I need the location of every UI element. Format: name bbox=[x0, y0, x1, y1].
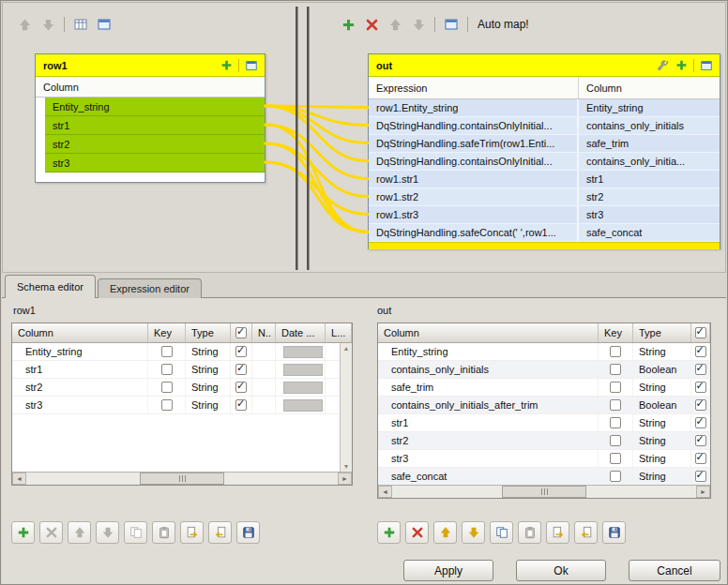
nullable-checkbox[interactable] bbox=[695, 364, 706, 375]
minimize-panel-button[interactable] bbox=[242, 56, 261, 75]
schema-row[interactable]: str1 String bbox=[378, 414, 710, 432]
output-row[interactable]: row1.Entity_stringEntity_string bbox=[369, 99, 720, 117]
schema-row[interactable]: contains_only_initials Boolean bbox=[378, 361, 710, 379]
key-checkbox[interactable] bbox=[161, 346, 173, 357]
settings-button[interactable] bbox=[653, 56, 672, 75]
add-output-button[interactable] bbox=[338, 14, 358, 35]
copy-button[interactable] bbox=[124, 521, 147, 544]
expression-cell[interactable]: row1.str1 bbox=[369, 171, 579, 188]
ok-button[interactable]: Ok bbox=[516, 560, 606, 581]
input-row[interactable]: Entity_string bbox=[36, 98, 265, 116]
schema-column-name[interactable]: safe_trim bbox=[378, 379, 599, 396]
output-scroll-highlight[interactable] bbox=[369, 242, 720, 249]
header-nullable-checkbox-cell[interactable] bbox=[231, 323, 252, 342]
key-checkbox[interactable] bbox=[161, 399, 173, 411]
key-checkbox[interactable] bbox=[610, 346, 621, 357]
import-schema-button[interactable] bbox=[574, 521, 598, 544]
schema-column-name[interactable]: str1 bbox=[378, 414, 599, 431]
import-schema-button[interactable] bbox=[208, 521, 232, 544]
key-checkbox[interactable] bbox=[610, 417, 621, 428]
column-cell[interactable]: Entity_string bbox=[579, 99, 720, 116]
splitter-handle[interactable] bbox=[296, 7, 298, 270]
select-all-checkbox[interactable] bbox=[695, 327, 706, 338]
output-row[interactable]: DqStringHandling.containsOnlyInitial...c… bbox=[369, 117, 720, 135]
type-cell[interactable]: String bbox=[633, 343, 691, 360]
schema-row[interactable]: Entity_string String bbox=[12, 343, 352, 361]
type-cell[interactable]: String bbox=[633, 468, 691, 485]
expression-cell[interactable]: DqStringHandling.safeTrim(row1.Enti... bbox=[369, 135, 579, 152]
input-column-name[interactable]: str1 bbox=[45, 116, 265, 135]
move-down-button[interactable] bbox=[96, 521, 119, 544]
schema-row[interactable]: safe_trim String bbox=[378, 379, 710, 397]
column-cell[interactable]: safe_trim bbox=[579, 135, 720, 152]
paste-button[interactable] bbox=[152, 521, 175, 544]
schema-row[interactable]: str2 String bbox=[12, 379, 352, 397]
schema-column-name[interactable]: str2 bbox=[378, 432, 599, 449]
input-row[interactable]: str1 bbox=[36, 116, 265, 135]
header-key[interactable]: Key bbox=[599, 323, 633, 342]
column-cell[interactable]: contains_only_initia... bbox=[579, 153, 720, 170]
type-cell[interactable]: String bbox=[186, 343, 231, 360]
tab-schema-editor[interactable]: Schema editor bbox=[5, 275, 96, 298]
nullable-checkbox[interactable] bbox=[235, 346, 247, 357]
scroll-down-icon[interactable]: ▼ bbox=[343, 463, 350, 470]
add-row-button[interactable] bbox=[11, 521, 35, 544]
column-cell[interactable]: safe_concat bbox=[579, 224, 720, 241]
column-cell[interactable]: str2 bbox=[579, 188, 720, 205]
expression-cell[interactable]: DqStringHandling.safeConcat(' ',row1... bbox=[369, 224, 579, 241]
schema-column-name[interactable]: str1 bbox=[12, 361, 148, 378]
output-row[interactable]: row1.str1str1 bbox=[369, 171, 720, 188]
save-schema-button[interactable] bbox=[602, 521, 626, 544]
splitter-handle[interactable] bbox=[307, 7, 310, 270]
key-checkbox[interactable] bbox=[161, 364, 173, 375]
select-all-checkbox[interactable] bbox=[235, 327, 247, 338]
type-cell[interactable]: String bbox=[633, 414, 691, 431]
scroll-up-icon[interactable]: ▲ bbox=[343, 345, 350, 352]
remove-row-button[interactable] bbox=[405, 521, 429, 544]
schema-column-name[interactable]: contains_only_initials bbox=[378, 361, 599, 378]
type-cell[interactable]: Boolean bbox=[633, 397, 691, 413]
header-type[interactable]: Type bbox=[633, 323, 691, 342]
apply-button[interactable]: Apply bbox=[403, 560, 493, 581]
type-cell[interactable]: Boolean bbox=[633, 361, 691, 378]
scroll-left-icon[interactable]: ◄ bbox=[12, 472, 26, 485]
input-column-name[interactable]: Entity_string bbox=[45, 98, 265, 116]
scrollbar-track[interactable] bbox=[26, 472, 338, 485]
tab-expression-editor[interactable]: Expression editor bbox=[98, 278, 202, 298]
minimize-output-button[interactable] bbox=[441, 14, 462, 35]
nullable-checkbox[interactable] bbox=[235, 399, 247, 411]
vertical-scrollbar[interactable]: ▲▼ bbox=[340, 343, 352, 472]
paste-button[interactable] bbox=[518, 521, 541, 544]
scrollbar-thumb[interactable] bbox=[140, 472, 224, 485]
minimize-panel-button[interactable] bbox=[697, 56, 716, 75]
horizontal-scrollbar[interactable]: ◄ ► bbox=[12, 472, 352, 485]
column-cell[interactable]: contains_only_initials bbox=[579, 117, 720, 134]
input-row[interactable]: str3 bbox=[36, 154, 265, 172]
cancel-button[interactable]: Cancel bbox=[629, 560, 720, 581]
move-down-output-button[interactable] bbox=[408, 14, 429, 35]
schema-row[interactable]: str2 String bbox=[378, 432, 710, 450]
output-row[interactable]: row1.str2str2 bbox=[369, 188, 720, 206]
nullable-checkbox[interactable] bbox=[695, 417, 706, 428]
schema-column-name[interactable]: Entity_string bbox=[12, 343, 148, 360]
add-row-button[interactable] bbox=[377, 521, 401, 544]
key-checkbox[interactable] bbox=[610, 399, 621, 411]
nullable-checkbox[interactable] bbox=[695, 399, 706, 411]
scroll-right-icon[interactable]: ► bbox=[338, 472, 352, 485]
copy-button[interactable] bbox=[490, 521, 513, 544]
output-row[interactable]: DqStringHandling.safeTrim(row1.Enti...sa… bbox=[369, 135, 720, 153]
schema-column-name[interactable]: str3 bbox=[378, 450, 599, 467]
key-checkbox[interactable] bbox=[161, 382, 173, 393]
type-cell[interactable]: String bbox=[186, 361, 231, 378]
move-up-output-button[interactable] bbox=[385, 14, 405, 35]
nullable-checkbox[interactable] bbox=[695, 382, 706, 393]
type-cell[interactable]: String bbox=[186, 379, 231, 396]
schema-row[interactable]: str1 String bbox=[12, 361, 352, 379]
schema-column-name[interactable]: str2 bbox=[12, 379, 148, 396]
move-up-button[interactable] bbox=[68, 521, 91, 544]
key-checkbox[interactable] bbox=[610, 364, 621, 375]
nullable-checkbox[interactable] bbox=[695, 453, 706, 464]
horizontal-scrollbar[interactable]: ◄ ► bbox=[378, 485, 710, 498]
nullable-checkbox[interactable] bbox=[695, 346, 706, 357]
header-nullable-checkbox-cell[interactable] bbox=[691, 323, 710, 342]
